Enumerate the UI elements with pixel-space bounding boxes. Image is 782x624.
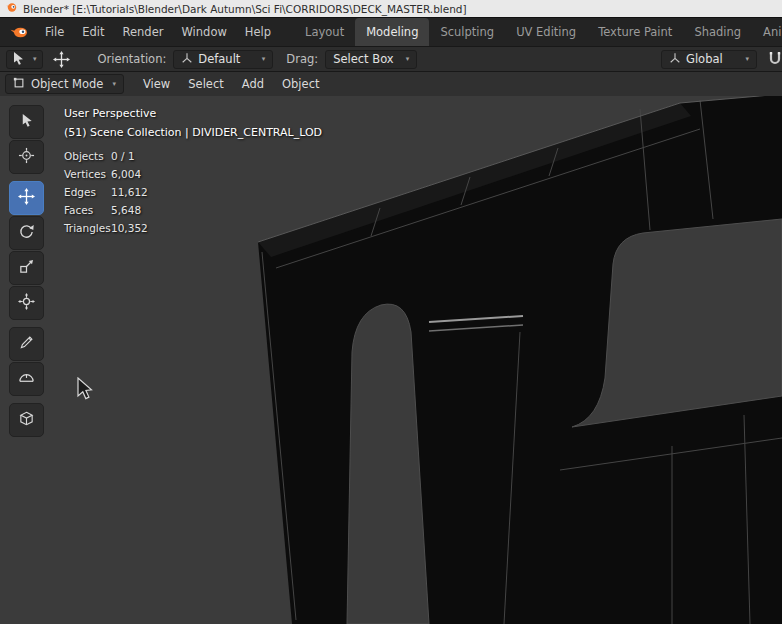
stat-label: Objects <box>64 150 111 162</box>
stat-label: Triangles <box>64 222 111 234</box>
viewport-overlay: User Perspective (51) Scene Collection |… <box>64 107 322 234</box>
move-icon <box>18 188 35 209</box>
tab-layout[interactable]: Layout <box>294 18 355 46</box>
chevron-down-icon: ▾ <box>262 56 266 63</box>
active-tool-selector[interactable]: ▾ <box>6 50 43 69</box>
viewport-menu-view[interactable]: View <box>134 77 179 91</box>
stat-value: 10,352 <box>111 222 322 234</box>
chevron-down-icon: ▾ <box>112 81 116 88</box>
cursor-icon <box>18 147 35 168</box>
tool-cursor-button[interactable] <box>9 140 44 174</box>
viewport-menu-object[interactable]: Object <box>273 77 328 91</box>
stat-label: Faces <box>64 204 111 216</box>
window-title: Blender* [E:\Tutorials\Blender\Dark Autu… <box>23 3 467 15</box>
scale-icon <box>18 258 35 279</box>
viewport-menu-select[interactable]: Select <box>179 77 232 91</box>
workspace-tabs: Layout Modeling Sculpting UV Editing Tex… <box>294 18 782 46</box>
menu-help[interactable]: Help <box>236 18 280 46</box>
orientation-axes-icon <box>181 52 193 67</box>
blender-logo-icon[interactable] <box>0 18 36 46</box>
chevron-down-icon: ▾ <box>406 56 410 63</box>
menu-window[interactable]: Window <box>172 18 235 46</box>
transform-orientation-value: Global <box>686 52 723 66</box>
chevron-down-icon: ▾ <box>33 56 37 63</box>
tool-move-button[interactable] <box>9 181 44 215</box>
stat-value: 6,004 <box>111 168 322 180</box>
orientation-dropdown[interactable]: Default ▾ <box>173 50 273 69</box>
drag-dropdown[interactable]: Select Box ▾ <box>325 50 417 69</box>
add-cube-icon <box>18 410 35 431</box>
snap-icon[interactable] <box>764 51 782 67</box>
select-tool-icon <box>12 51 25 68</box>
tool-settings-bar: ▾ Orientation: Default ▾ Drag: Select Bo… <box>0 46 782 71</box>
tab-texture-paint[interactable]: Texture Paint <box>587 18 683 46</box>
measure-icon <box>18 369 35 390</box>
object-mode-icon <box>13 77 25 92</box>
stat-label: Edges <box>64 186 111 198</box>
tab-shading[interactable]: Shading <box>683 18 752 46</box>
rotate-icon <box>18 223 35 244</box>
scene-statistics: Objects 0 / 1 Vertices 6,004 Edges 11,61… <box>64 150 322 234</box>
chevron-down-icon: ▾ <box>745 56 749 63</box>
tool-transform-button[interactable] <box>9 286 44 320</box>
tool-scale-button[interactable] <box>9 251 44 285</box>
tool-measure-button[interactable] <box>9 362 44 396</box>
tab-animation[interactable]: Animation <box>752 18 782 46</box>
transform-icon <box>18 293 35 314</box>
tab-modeling[interactable]: Modeling <box>355 18 429 46</box>
tool-annotate-button[interactable] <box>9 327 44 361</box>
toolbar <box>9 105 44 437</box>
menu-edit[interactable]: Edit <box>73 18 113 46</box>
annotate-icon <box>19 334 35 354</box>
orientation-value: Default <box>198 52 240 66</box>
titlebar[interactable]: Blender* [E:\Tutorials\Blender\Dark Autu… <box>0 0 782 17</box>
stat-value: 11,612 <box>111 186 322 198</box>
tab-sculpting[interactable]: Sculpting <box>429 18 505 46</box>
tool-select-box-button[interactable] <box>9 105 44 139</box>
stat-value: 0 / 1 <box>111 150 322 162</box>
blender-window: Blender* [E:\Tutorials\Blender\Dark Autu… <box>0 0 782 624</box>
drag-label: Drag: <box>286 52 318 66</box>
select-box-icon <box>19 112 35 132</box>
viewport-canvas[interactable]: User Perspective (51) Scene Collection |… <box>0 96 782 624</box>
mouse-cursor <box>76 377 94 403</box>
stat-label: Vertices <box>64 168 111 180</box>
drag-value: Select Box <box>333 52 394 66</box>
global-axes-icon <box>669 52 681 67</box>
move-gizmo-icon[interactable] <box>50 51 73 68</box>
transform-orientation-dropdown[interactable]: Global ▾ <box>661 50 757 69</box>
mode-value: Object Mode <box>31 77 103 91</box>
menu-render[interactable]: Render <box>114 18 173 46</box>
tab-uv-editing[interactable]: UV Editing <box>505 18 587 46</box>
topbar: File Edit Render Window Help Layout Mode… <box>0 17 782 46</box>
menu-file[interactable]: File <box>36 18 73 46</box>
tool-add-cube-button[interactable] <box>9 403 44 437</box>
blender-app-icon <box>6 2 17 15</box>
viewport-menu-add[interactable]: Add <box>233 77 273 91</box>
mode-dropdown[interactable]: Object Mode ▾ <box>5 74 124 94</box>
active-collection-label: (51) Scene Collection | DIVIDER_CENTRAL_… <box>64 126 322 139</box>
view-perspective-label: User Perspective <box>64 107 322 120</box>
orientation-label: Orientation: <box>98 52 167 66</box>
stat-value: 5,648 <box>111 204 322 216</box>
tool-rotate-button[interactable] <box>9 216 44 250</box>
viewport-header: Object Mode ▾ View Select Add Object <box>0 71 782 96</box>
